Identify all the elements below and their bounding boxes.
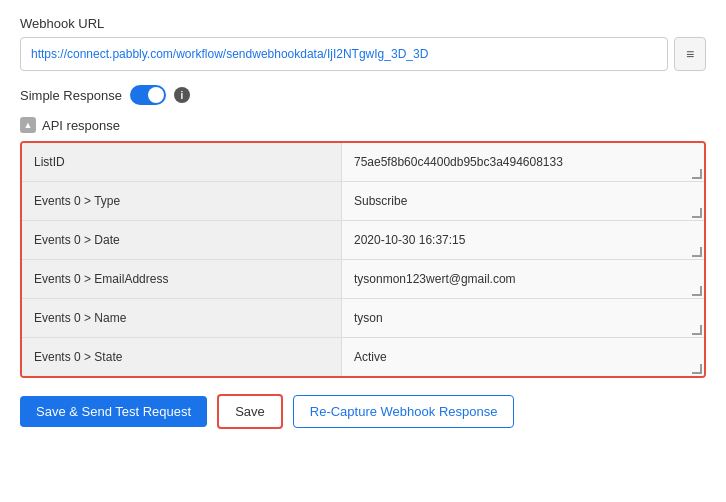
table-row: Events 0 > Nametyson: [22, 299, 704, 338]
simple-response-row: Simple Response i: [20, 85, 706, 105]
simple-response-toggle[interactable]: [130, 85, 166, 105]
toggle-knob: [148, 87, 164, 103]
api-key-cell: Events 0 > EmailAddress: [22, 260, 342, 298]
api-key-cell: ListID: [22, 143, 342, 181]
webhook-url-row: ≡: [20, 37, 706, 71]
recapture-button[interactable]: Re-Capture Webhook Response: [293, 395, 515, 428]
table-row: Events 0 > EmailAddresstysonmon123wert@g…: [22, 260, 704, 299]
api-value-cell[interactable]: tyson: [342, 299, 704, 337]
api-key-cell: Events 0 > Date: [22, 221, 342, 259]
menu-icon-button[interactable]: ≡: [674, 37, 706, 71]
api-key-cell: Events 0 > Type: [22, 182, 342, 220]
table-row: Events 0 > Date2020-10-30 16:37:15: [22, 221, 704, 260]
table-row: ListID75ae5f8b60c4400db95bc3a494608133: [22, 143, 704, 182]
webhook-url-input[interactable]: [20, 37, 668, 71]
info-icon[interactable]: i: [174, 87, 190, 103]
table-row: Events 0 > StateActive: [22, 338, 704, 376]
api-response-title: API response: [42, 118, 120, 133]
save-send-button[interactable]: Save & Send Test Request: [20, 396, 207, 427]
simple-response-label: Simple Response: [20, 88, 122, 103]
api-value-cell[interactable]: 2020-10-30 16:37:15: [342, 221, 704, 259]
hamburger-icon: ≡: [686, 46, 694, 62]
api-value-cell[interactable]: 75ae5f8b60c4400db95bc3a494608133: [342, 143, 704, 181]
api-value-cell[interactable]: Active: [342, 338, 704, 376]
collapse-icon[interactable]: ▲: [20, 117, 36, 133]
save-button[interactable]: Save: [217, 394, 283, 429]
api-key-cell: Events 0 > State: [22, 338, 342, 376]
api-response-header: ▲ API response: [20, 117, 706, 133]
api-response-table: ListID75ae5f8b60c4400db95bc3a494608133Ev…: [20, 141, 706, 378]
table-row: Events 0 > TypeSubscribe: [22, 182, 704, 221]
api-key-cell: Events 0 > Name: [22, 299, 342, 337]
webhook-url-label: Webhook URL: [20, 16, 706, 31]
api-value-cell[interactable]: tysonmon123wert@gmail.com: [342, 260, 704, 298]
buttons-row: Save & Send Test Request Save Re-Capture…: [20, 394, 706, 429]
webhook-url-section: Webhook URL ≡: [20, 16, 706, 71]
api-value-cell[interactable]: Subscribe: [342, 182, 704, 220]
